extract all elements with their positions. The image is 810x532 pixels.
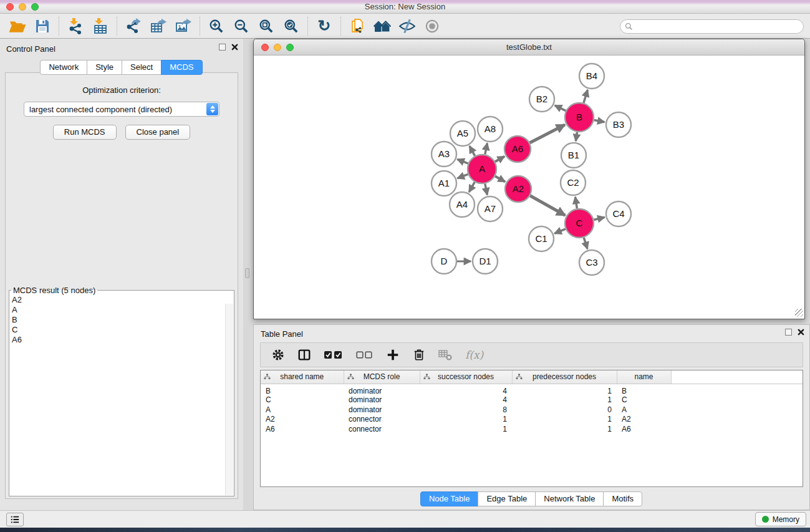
table-cell[interactable]: dominator bbox=[344, 405, 420, 415]
table-cell[interactable]: 1 bbox=[512, 384, 617, 395]
import-table-icon[interactable] bbox=[88, 16, 113, 37]
refresh-layout-icon[interactable]: ↻ bbox=[312, 16, 337, 37]
delete-table-icon[interactable] bbox=[436, 346, 454, 364]
column-header-shared-name[interactable]: shared name bbox=[261, 370, 344, 384]
graph-edge[interactable] bbox=[530, 125, 565, 143]
graph-node-B1[interactable]: B1 bbox=[561, 143, 586, 168]
columns-icon[interactable] bbox=[296, 346, 313, 364]
graph-edge[interactable] bbox=[470, 146, 475, 156]
column-header-successor-nodes[interactable]: successor nodes bbox=[420, 370, 512, 384]
run-mcds-button[interactable]: Run MCDS bbox=[53, 125, 117, 140]
graph-node-B[interactable]: B bbox=[565, 103, 594, 132]
criterion-dropdown[interactable]: largest connected component (directed) bbox=[24, 102, 219, 117]
mcds-result-item[interactable]: C bbox=[9, 325, 234, 335]
table-cell[interactable]: 1 bbox=[420, 415, 512, 425]
close-panel-icon[interactable] bbox=[231, 44, 238, 51]
zoom-in-icon[interactable] bbox=[204, 16, 229, 37]
graph-edge[interactable] bbox=[555, 105, 566, 111]
table-cell[interactable]: A6 bbox=[261, 424, 344, 434]
memory-button[interactable]: Memory bbox=[755, 512, 806, 526]
export-table-icon[interactable] bbox=[146, 16, 171, 37]
graph-node-B4[interactable]: B4 bbox=[579, 64, 604, 89]
table-cell[interactable]: A bbox=[617, 405, 671, 415]
select-all-icon[interactable] bbox=[322, 346, 344, 364]
graph-node-D[interactable]: D bbox=[432, 249, 456, 274]
table-row[interactable]: Cdominator41C bbox=[261, 395, 803, 405]
delete-icon[interactable] bbox=[410, 346, 428, 364]
graph-edge[interactable] bbox=[495, 177, 505, 182]
deselect-all-icon[interactable] bbox=[353, 346, 375, 364]
table-row[interactable]: A2connector11A2 bbox=[261, 415, 803, 425]
tab-motifs[interactable]: Motifs bbox=[603, 491, 642, 506]
table-cell[interactable]: dominator bbox=[344, 384, 420, 395]
task-history-button[interactable] bbox=[6, 513, 24, 526]
save-icon[interactable] bbox=[30, 16, 55, 37]
graph-edge[interactable] bbox=[584, 90, 587, 103]
float-table-panel-icon[interactable] bbox=[785, 329, 792, 336]
zoom-out-icon[interactable] bbox=[229, 16, 254, 37]
graph-node-A4[interactable]: A4 bbox=[450, 192, 475, 217]
import-network-icon[interactable] bbox=[63, 16, 88, 37]
graph-node-C2[interactable]: C2 bbox=[561, 170, 586, 195]
table-cell[interactable]: A6 bbox=[617, 424, 671, 434]
graph-edge[interactable] bbox=[576, 132, 577, 142]
clone-network-icon[interactable] bbox=[345, 16, 370, 37]
add-icon[interactable] bbox=[384, 346, 402, 364]
graph-edge[interactable] bbox=[594, 120, 605, 122]
column-header-name[interactable]: name bbox=[617, 370, 671, 384]
tab-select[interactable]: Select bbox=[122, 60, 162, 75]
close-table-panel-icon[interactable] bbox=[798, 329, 804, 336]
table-cell[interactable]: 1 bbox=[512, 415, 617, 425]
table-row[interactable]: Adominator80A bbox=[261, 405, 803, 415]
function-builder-icon[interactable]: f(x) bbox=[465, 349, 483, 361]
result-scrollbar[interactable] bbox=[225, 304, 233, 495]
tab-style[interactable]: Style bbox=[87, 60, 122, 75]
graph-node-A5[interactable]: A5 bbox=[450, 121, 475, 146]
graph-edge[interactable] bbox=[554, 229, 566, 233]
network-canvas[interactable]: AA1A2A3A4A5A6A7A8BB1B2B3B4CC1C2C3C4DD1 bbox=[254, 56, 804, 318]
tab-edge-table[interactable]: Edge Table bbox=[478, 491, 536, 506]
table-cell[interactable]: 1 bbox=[420, 424, 512, 434]
table-cell[interactable]: A bbox=[261, 405, 344, 415]
bird-eye-view-icon[interactable] bbox=[420, 16, 445, 37]
window-resize-grip[interactable] bbox=[795, 309, 803, 317]
panel-splitter-handle[interactable] bbox=[245, 268, 249, 278]
graph-node-C3[interactable]: C3 bbox=[579, 250, 604, 275]
graph-node-A8[interactable]: A8 bbox=[478, 117, 503, 142]
graph-edge[interactable] bbox=[485, 184, 488, 195]
mcds-result-item[interactable]: A2 bbox=[9, 295, 234, 305]
graph-node-D1[interactable]: D1 bbox=[473, 249, 498, 274]
graph-node-A[interactable]: A bbox=[468, 155, 496, 183]
table-cell[interactable]: 0 bbox=[512, 405, 617, 415]
graph-node-C[interactable]: C bbox=[565, 209, 594, 238]
search-input[interactable] bbox=[635, 22, 803, 31]
window-titlebar[interactable]: Session: New Session bbox=[0, 0, 810, 14]
table-cell[interactable]: dominator bbox=[344, 395, 420, 405]
graph-node-A1[interactable]: A1 bbox=[432, 171, 456, 196]
export-network-icon[interactable] bbox=[121, 16, 146, 37]
close-panel-button[interactable]: Close panel bbox=[125, 125, 191, 140]
graph-node-C4[interactable]: C4 bbox=[606, 201, 631, 226]
export-image-icon[interactable] bbox=[171, 16, 196, 37]
mcds-result-item[interactable]: B bbox=[9, 315, 234, 325]
column-header-predecessor-nodes[interactable]: predecessor nodes bbox=[512, 370, 617, 384]
tab-network[interactable]: Network bbox=[40, 60, 87, 75]
table-cell[interactable]: connector bbox=[344, 415, 420, 425]
table-cell[interactable]: A2 bbox=[617, 415, 671, 425]
graph-edge[interactable] bbox=[457, 159, 468, 163]
graph-node-C1[interactable]: C1 bbox=[529, 226, 554, 251]
float-panel-icon[interactable] bbox=[219, 44, 226, 51]
graph-node-A2[interactable]: A2 bbox=[505, 176, 531, 202]
home-icon[interactable] bbox=[370, 16, 395, 37]
graph-edge[interactable] bbox=[485, 143, 488, 155]
table-cell[interactable]: B bbox=[617, 384, 671, 395]
graph-node-B3[interactable]: B3 bbox=[606, 112, 631, 137]
graph-edge[interactable] bbox=[594, 217, 604, 220]
graph-edge[interactable] bbox=[458, 174, 468, 178]
network-window-titlebar[interactable]: testGlobe.txt bbox=[254, 39, 804, 56]
table-cell[interactable]: A2 bbox=[261, 415, 344, 425]
table-cell[interactable]: 1 bbox=[512, 395, 617, 405]
graph-edge[interactable] bbox=[575, 197, 577, 209]
open-folder-icon[interactable] bbox=[5, 16, 30, 37]
graph-edge[interactable] bbox=[584, 238, 587, 249]
